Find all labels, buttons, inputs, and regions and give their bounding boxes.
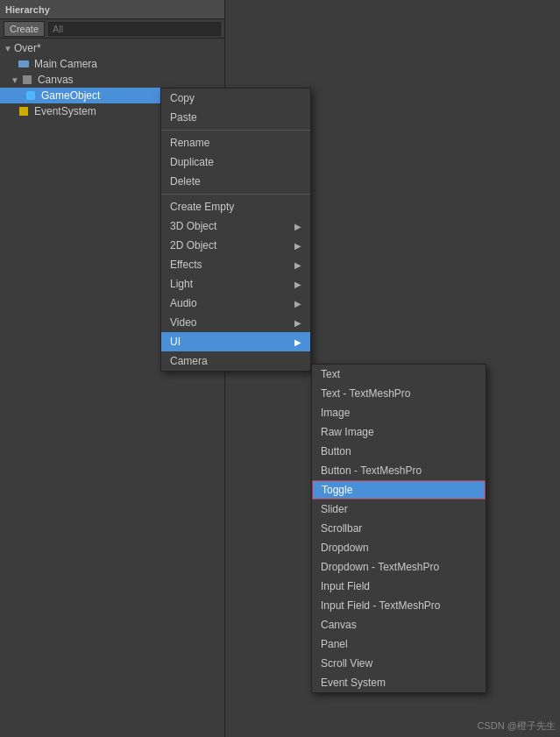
main-camera-label: Main Camera [34,58,97,70]
submenu-slider[interactable]: Slider [312,500,486,519]
submenu-button-tmp[interactable]: Button - TextMeshPro [312,461,486,480]
submenu-panel-label: Panel [321,638,348,650]
ctx-video[interactable]: Video ▶ [161,313,310,332]
hierarchy-toolbar: Create [0,19,224,39]
submenu-dropdown-label: Dropdown [321,542,369,554]
canvas-icon-item [21,74,33,86]
submenu-toggle[interactable]: Toggle [312,480,486,500]
ctx-ui-label: UI [170,336,181,348]
ctx-audio-arrow: ▶ [294,299,301,308]
submenu-raw-image[interactable]: Raw Image [312,422,486,442]
submenu-image-label: Image [321,407,350,419]
ctx-paste[interactable]: Paste [161,108,310,127]
ctx-sep2 [161,194,310,195]
ctx-effects[interactable]: Effects ▶ [161,255,310,274]
ctx-rename[interactable]: Rename [161,133,310,152]
eventsystem-label: EventSystem [34,105,96,117]
ctx-paste-label: Paste [170,111,197,124]
submenu-scrollbar-label: Scrollbar [321,522,362,535]
ctx-3d-label: 3D Object [170,220,216,232]
eventsystem-icon [18,105,30,117]
canvas-arrow: ▼ [11,75,19,85]
ctx-light[interactable]: Light ▶ [161,274,310,294]
submenu-canvas-label: Canvas [321,619,357,631]
submenu-dropdown-tmp-label: Dropdown - TextMeshPro [321,561,439,573]
ctx-sep1 [161,130,310,131]
ctx-audio[interactable]: Audio ▶ [161,294,310,313]
submenu-event-system-label: Event System [321,677,386,689]
ctx-3d-arrow: ▶ [294,222,301,231]
ctx-3d-object[interactable]: 3D Object ▶ [161,216,310,236]
submenu-text[interactable]: Text [312,365,486,384]
ctx-effects-label: Effects [170,259,202,271]
ctx-video-arrow: ▶ [294,318,301,328]
ctx-create-empty[interactable]: Create Empty [161,197,310,216]
submenu-button-label: Button [321,445,351,457]
submenu-input-field[interactable]: Input Field [312,577,486,596]
submenu-text-label: Text [321,368,340,380]
submenu-scroll-view-label: Scroll View [321,657,372,670]
ctx-audio-label: Audio [170,297,197,309]
canvas-label: Canvas [38,74,74,86]
submenu-dropdown[interactable]: Dropdown [312,538,486,557]
ctx-camera-label: Camera [170,355,208,367]
submenu-scroll-view[interactable]: Scroll View [312,654,486,673]
hierarchy-header: Hierarchy [0,0,224,19]
camera-icon [18,58,30,70]
ctx-duplicate[interactable]: Duplicate [161,152,310,172]
submenu-input-field-label: Input Field [321,580,370,592]
submenu-dropdown-tmp[interactable]: Dropdown - TextMeshPro [312,557,486,577]
ctx-camera[interactable]: Camera [161,351,310,371]
submenu-event-system[interactable]: Event System [312,673,486,692]
hierarchy-overview[interactable]: ▼ Over* [0,40,224,56]
ctx-create-empty-label: Create Empty [170,201,234,213]
submenu-button[interactable]: Button [312,442,486,461]
context-menu: Copy Paste Rename Duplicate Delete Creat… [160,88,311,372]
ctx-copy[interactable]: Copy [161,89,310,108]
ctx-delete[interactable]: Delete [161,172,310,191]
submenu-slider-label: Slider [321,503,348,515]
gameobject-label: GameObject [41,89,100,102]
submenu-text-tmp-label: Text - TextMeshPro [321,387,410,400]
submenu-toggle-label: Toggle [322,484,352,496]
submenu-input-field-tmp-label: Input Field - TextMeshPro [321,599,441,612]
overview-arrow: ▼ [4,44,12,53]
submenu-button-tmp-label: Button - TextMeshPro [321,464,422,477]
submenu-raw-image-label: Raw Image [321,426,374,438]
hierarchy-search-input[interactable] [48,22,221,36]
hierarchy-item-main-camera[interactable]: Main Camera [0,56,224,72]
ctx-light-arrow: ▶ [294,280,301,289]
ctx-2d-label: 2D Object [170,239,216,252]
submenu-panel[interactable]: Panel [312,634,486,654]
ctx-rename-label: Rename [170,137,209,149]
ctx-2d-arrow: ▶ [294,241,301,251]
ctx-ui[interactable]: UI ▶ [161,332,310,351]
overview-label: Over* [14,42,41,54]
ctx-effects-arrow: ▶ [294,260,301,270]
hierarchy-create-button[interactable]: Create [4,21,45,37]
submenu-scrollbar[interactable]: Scrollbar [312,519,486,538]
ctx-light-label: Light [170,278,193,290]
ctx-ui-arrow: ▶ [294,337,301,347]
hierarchy-item-canvas[interactable]: ▼ Canvas [0,72,224,88]
submenu-canvas[interactable]: Canvas [312,615,486,634]
watermark: CSDN @橙子先生 [478,719,556,733]
ctx-duplicate-label: Duplicate [170,156,214,168]
submenu-text-tmp[interactable]: Text - TextMeshPro [312,384,486,403]
ui-submenu: Text Text - TextMeshPro Image Raw Image … [311,364,486,693]
gameobject-icon [25,89,37,102]
hierarchy-title: Hierarchy [5,4,50,15]
ctx-2d-object[interactable]: 2D Object ▶ [161,236,310,255]
submenu-input-field-tmp[interactable]: Input Field - TextMeshPro [312,596,486,615]
ctx-delete-label: Delete [170,175,201,188]
submenu-image[interactable]: Image [312,403,486,422]
ctx-video-label: Video [170,316,196,329]
ctx-copy-label: Copy [170,92,195,104]
